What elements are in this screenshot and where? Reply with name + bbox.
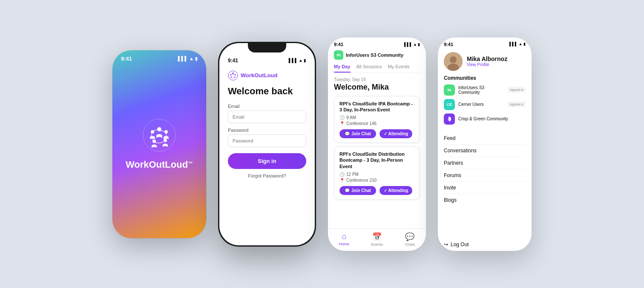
community-item-3[interactable]: Crisp & Green Community [444,113,526,125]
event-2-time: 🕐 12 PM [339,172,414,177]
community-item-2[interactable]: CE Cerner Users signed in [444,99,526,110]
event-1-time: 🕐 9 AM [339,115,414,120]
menu-conversations[interactable]: Conversations [444,145,526,157]
nav-chats-label: Chats [405,242,415,247]
comm-avatar-3 [444,113,455,125]
login-status-bar: 9:41 ▌▌▌ ▲ ▮ [228,58,306,64]
signal-icon: ▌▌▌ [289,58,298,63]
battery-icon: ▮ [195,56,198,61]
clock-icon: 🕐 [339,172,345,177]
phones-container: 9:41 ▌▌▌ ▲ ▮ [100,25,544,264]
login-content: 9:41 ▌▌▌ ▲ ▮ [219,52,315,245]
home-icon: ⌂ [342,232,346,241]
tab-my-day[interactable]: My Day [334,64,351,73]
attending-button-2[interactable]: ✓ Attending [380,186,413,195]
nav-chats[interactable]: 💬 Chats [405,232,415,247]
tab-all-sessions[interactable]: All Sessions [356,64,382,73]
phone-profile: 9:41 ▌▌▌ ▲ ▮ Mika Albornoz View Profile … [438,38,532,251]
check-icon: ✓ [384,131,387,136]
check-icon: ✓ [384,188,387,193]
welcome-back-title: Welcome back [228,86,306,97]
phone-splash: 9:41 ▌▌▌ ▲ ▮ [112,50,206,238]
events-time: 9:41 [334,42,343,47]
app-logo-small-icon [228,70,238,81]
event-card-2: RPI's CloudSuite Distribution Bootcamp -… [334,146,420,200]
nav-events[interactable]: 📅 Events [371,232,383,247]
logo-tm: ™ [188,160,193,166]
community-avatar: IN [334,50,343,60]
nav-home[interactable]: ⌂ Home [339,232,349,247]
tab-my-events[interactable]: My Events [388,64,409,73]
login-time: 9:41 [228,58,238,64]
attending-button-1[interactable]: ✓ Attending [380,129,413,138]
chat-icon: 💬 [345,131,350,136]
signed-in-badge-2: signed in [508,102,526,107]
menu-forums[interactable]: Forums [444,169,526,182]
view-profile-link[interactable]: View Profile [467,62,526,67]
logout-label: Log Out [451,241,469,247]
event-card-1: RPI's CloudSuite IPA Bootcamp - 3 Day, I… [334,96,420,143]
signal-icon: ▌▌▌ [404,42,412,47]
svg-point-13 [450,56,457,63]
login-screen: 9:41 ▌▌▌ ▲ ▮ [219,43,315,245]
sign-in-button[interactable]: Sign in [228,153,306,169]
chats-icon: 💬 [405,232,414,241]
status-icons: ▌▌▌ ▲ ▮ [178,56,198,61]
battery-icon: ▮ [304,58,306,63]
join-chat-button-2[interactable]: 💬 Join Chat [339,186,376,195]
status-time: 9:41 [121,55,132,62]
comm-avatar-2: CE [444,99,455,110]
logo-text: WorkOutLoud [126,159,188,170]
join-chat-button-1[interactable]: 💬 Join Chat [339,129,376,138]
password-input[interactable] [228,134,306,147]
logout-section: ↪ Log Out [438,238,532,251]
menu-invite[interactable]: Invite [444,182,526,194]
events-status-bar: 9:41 ▌▌▌ ▲ ▮ [334,42,420,47]
community-item-1[interactable]: IN InforUsers S3 Community signed in [444,84,526,96]
chat-icon: 💬 [345,188,350,193]
phone-login: 9:41 ▌▌▌ ▲ ▮ [218,42,316,247]
menu-blogs[interactable]: Blogs [444,194,526,206]
profile-status-bar: 9:41 ▌▌▌ ▲ ▮ [438,38,532,49]
community-bar: IN InforUsers S3 Community [334,50,420,60]
clock-icon: 🕐 [339,115,345,120]
app-name-login: WorkOutLoud [241,72,277,79]
forgot-password-link[interactable]: Forgot Password? [228,173,306,178]
profile-time: 9:41 [444,42,453,47]
signal-icon: ▌▌▌ [178,56,188,61]
avatar-image [444,52,463,71]
wifi-icon: ▲ [413,42,417,47]
status-bar: 9:41 ▌▌▌ ▲ ▮ [112,55,206,62]
leaf-icon [446,116,453,122]
profile-avatar [444,52,463,71]
community-name: InforUsers S3 Community [346,52,403,58]
logout-icon: ↪ [444,241,448,247]
profile-info: Mika Albornoz View Profile [467,55,526,67]
comm-name-1: InforUsers S3 Community [458,85,504,95]
wifi-icon: ▲ [299,58,303,63]
event-1-actions: 💬 Join Chat ✓ Attending [339,129,414,138]
events-scroll: Tuesday, Sep 19 Welcome, Mika RPI's Clou… [328,73,426,228]
comm-avatar-1: IN [444,84,455,96]
community-initials: IN [337,53,341,57]
notch [248,43,286,52]
event-2-location: 📍 Conference 210 [339,178,414,183]
splash-content: WorkOutLoud™ [126,118,193,170]
nav-events-label: Events [371,242,383,247]
login-status-icons: ▌▌▌ ▲ ▮ [289,58,306,63]
profile-status-icons: ▌▌▌ ▲ ▮ [509,42,526,47]
logo-icon [142,118,176,152]
communities-section: Communities IN InforUsers S3 Community s… [438,75,532,128]
app-logo-row: WorkOutLoud [228,70,306,81]
communities-title: Communities [444,75,526,81]
event-2-actions: 💬 Join Chat ✓ Attending [339,186,414,195]
events-icon: 📅 [372,232,382,241]
nav-home-label: Home [339,242,349,246]
menu-feed[interactable]: Feed [444,132,526,145]
menu-partners[interactable]: Partners [444,157,526,169]
profile-section: Mika Albornoz View Profile [438,49,532,75]
logout-button[interactable]: ↪ Log Out [444,241,526,247]
email-input[interactable] [228,111,306,123]
bottom-nav: ⌂ Home 📅 Events 💬 Chats [328,228,426,251]
location-icon: 📍 [339,178,345,183]
